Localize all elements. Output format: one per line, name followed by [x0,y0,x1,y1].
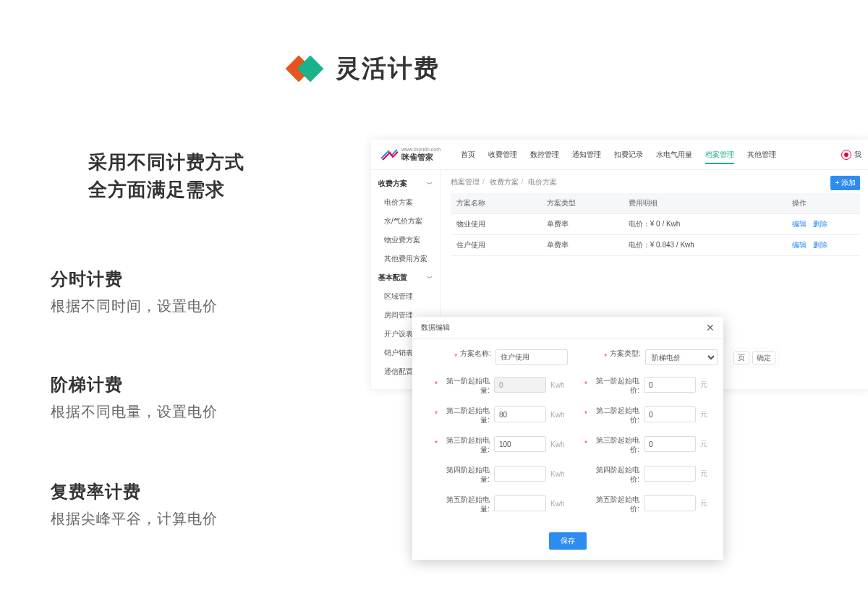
label-price: 第四阶起始电价: [590,466,639,484]
subtitle-line-1: 采用不同计费方式 [88,149,244,176]
qty-input[interactable] [494,466,546,482]
nav-cnc[interactable]: 数控管理 [530,141,559,169]
col-action: 操作 [786,193,860,214]
nav-deduct[interactable]: 扣费记录 [614,141,643,169]
unit-kwh: Kwh [550,411,568,419]
modal-body: *方案名称: *方案类型: 阶梯电价 *第一阶起始电量:Kwh*第一阶起始电价:… [412,339,723,529]
col-name: 方案名称 [451,193,541,214]
feature-1-desc: 根据不同时间，设置电价 [51,297,218,316]
nav-home[interactable]: 首页 [461,141,475,169]
breadcrumb-1[interactable]: 收费方案 [490,178,519,186]
form-pair-name: *方案名称: [418,349,568,365]
table-row: 住户使用 单费率 电价：¥ 0.843 / Kwh 编辑 删除 [451,235,860,256]
brand-url: www.csyndb.com [401,147,441,152]
form-pair-price: 第五阶起始电价:元 [568,495,718,513]
cell-name: 物业使用 [451,214,541,235]
price-input[interactable] [644,495,696,511]
unit-yuan: 元 [700,409,718,419]
label-price: 第二阶起始电价: [590,406,639,425]
form-pair-price: *第一阶起始电价:元 [568,377,718,395]
label-qty: 第五阶起始电量: [441,495,490,513]
qty-input[interactable] [494,436,546,452]
unit-yuan: 元 [700,469,718,479]
feature-2-title: 阶梯计费 [51,373,218,396]
qty-input[interactable] [494,406,546,422]
modal-header: 数据编辑 ✕ [412,317,723,339]
unit-kwh: Kwh [550,500,568,508]
sidebar-group-basic[interactable]: 基本配置 ﹀ [371,268,440,287]
col-detail: 费用明细 [623,193,786,214]
close-icon[interactable]: ✕ [706,323,715,333]
nav-usage[interactable]: 水电气用量 [656,141,692,169]
price-input[interactable] [644,436,696,452]
edit-link[interactable]: 编辑 [792,241,807,249]
cell-detail: 电价：¥ 0.843 / Kwh [623,235,786,256]
nav-archive[interactable]: 档案管理 [705,141,734,169]
qty-input[interactable] [494,495,546,511]
sidebar-item-elec-plan[interactable]: 电价方案 [371,193,440,212]
feature-3-desc: 根据尖峰平谷，计算电价 [51,509,218,529]
edit-link[interactable]: 编辑 [792,220,807,228]
form-row-tier: 第四阶起始电量:Kwh第四阶起始电价:元 [418,466,718,484]
add-button[interactable]: + 添加 [830,176,860,190]
feature-3: 复费率计费 根据尖峰平谷，计算电价 [51,480,218,529]
feature-3-title: 复费率计费 [51,480,218,503]
sidebar-group-fees[interactable]: 收费方案 ﹀ [371,174,440,193]
save-button[interactable]: 保存 [549,532,587,550]
label-price: 第五阶起始电价: [590,495,639,513]
breadcrumb-2[interactable]: 电价方案 [528,178,557,186]
label-plan-name: 方案名称: [460,349,491,359]
form-pair-price: 第四阶起始电价:元 [568,466,718,484]
cell-actions: 编辑 删除 [786,235,860,256]
nav-billing[interactable]: 收费管理 [488,141,517,169]
price-input[interactable] [644,406,696,422]
unit-kwh: Kwh [550,440,568,448]
cell-type: 单费率 [541,235,623,256]
price-input[interactable] [644,377,696,393]
delete-link[interactable]: 删除 [813,241,827,249]
sidebar-item-property-plan[interactable]: 物业费方案 [371,231,440,250]
form-pair-qty: 第四阶起始电量:Kwh [418,466,568,484]
cell-type: 单费率 [541,214,623,235]
cell-actions: 编辑 删除 [786,214,860,235]
nav-other[interactable]: 其他管理 [747,141,776,169]
form-row-tier: *第三阶起始电量:Kwh*第三阶起始电价:元 [418,436,718,454]
cell-detail: 电价：¥ 0 / Kwh [623,214,786,235]
unit-kwh: Kwh [550,381,568,389]
diamond-icon [289,52,323,85]
topnav: 首页 收费管理 数控管理 通知管理 扣费记录 水电气用量 档案管理 其他管理 [461,141,776,169]
label-plan-type: 方案类型: [610,349,641,359]
subtitle: 采用不同计费方式 全方面满足需求 [88,149,244,203]
form-pair-price: *第二阶起始电价:元 [568,406,718,425]
page-label: 页 [733,351,749,365]
qty-input [494,377,546,393]
col-type: 方案类型 [541,193,623,214]
sidebar-item-other-plan[interactable]: 其他费用方案 [371,250,440,268]
page-ok-button[interactable]: 确定 [752,351,775,365]
nav-notify[interactable]: 通知管理 [572,141,601,169]
delete-link[interactable]: 删除 [813,220,827,228]
hero-title-row: 灵活计费 [289,52,440,85]
form-row-name-type: *方案名称: *方案类型: 阶梯电价 [418,349,718,365]
cell-name: 住户使用 [451,235,541,256]
unit-kwh: Kwh [550,470,568,478]
unit-yuan: 元 [700,380,718,390]
brand-logo[interactable]: www.csyndb.com 咪雀管家 [380,147,441,163]
sidebar-item-water-plan[interactable]: 水/气价方案 [371,212,440,231]
price-input[interactable] [644,466,696,482]
feature-1: 分时计费 根据不同时间，设置电价 [51,268,218,316]
plan-type-select[interactable]: 阶梯电价 [645,349,718,365]
label-qty: 第一阶起始电量: [441,377,490,395]
sidebar-item-area[interactable]: 区域管理 [371,287,440,306]
breadcrumb-0[interactable]: 档案管理 [451,178,480,186]
plan-name-input[interactable] [495,349,568,365]
chevron-down-icon: ﹀ [427,274,433,282]
unit-yuan: 元 [700,439,718,449]
user-menu[interactable]: 我 [841,150,861,160]
form-pair-qty: *第一阶起始电量:Kwh [418,377,568,395]
label-price: 第三阶起始电价: [590,436,639,454]
label-price: 第一阶起始电价: [590,377,639,395]
sidebar-group-fees-label: 收费方案 [378,179,407,189]
sidebar-group-basic-label: 基本配置 [378,273,407,283]
edit-modal: 数据编辑 ✕ *方案名称: *方案类型: 阶梯电价 *第一阶起始电量:Kwh*第… [412,317,723,560]
